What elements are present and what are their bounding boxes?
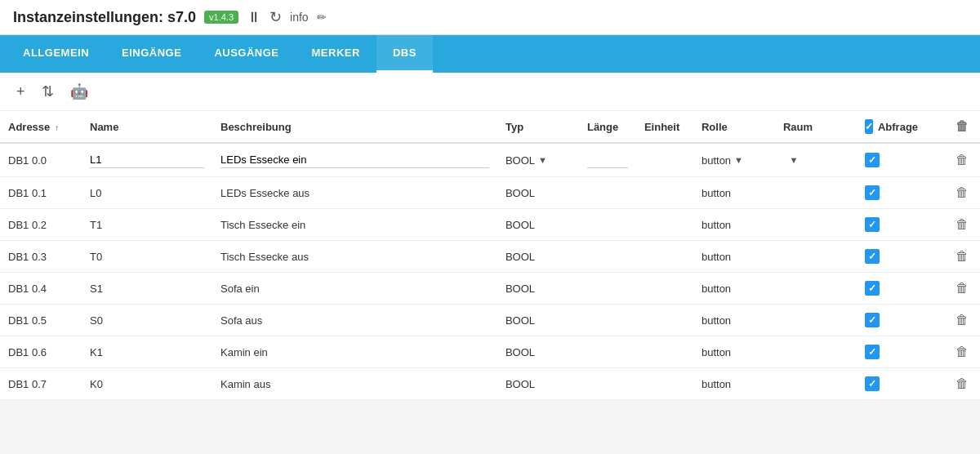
cell-abfrage[interactable] — [857, 273, 947, 305]
typ-dropdown-arrow: ▼ — [538, 155, 547, 165]
col-header-raum: Raum — [775, 111, 857, 143]
cell-laenge — [579, 273, 636, 305]
cell-beschreibung: Sofa ein — [212, 273, 497, 305]
cell-typ: BOOL — [497, 209, 579, 241]
cell-delete[interactable]: 🗑 — [947, 241, 980, 273]
cell-einheit — [636, 368, 693, 400]
cell-abfrage[interactable] — [857, 241, 947, 273]
col-header-delete: 🗑 — [947, 111, 980, 143]
cell-adresse: DB1 0.2 — [0, 209, 82, 241]
cell-delete[interactable]: 🗑 — [947, 143, 980, 177]
cell-rolle: button — [693, 368, 775, 400]
abfrage-checkbox[interactable] — [865, 249, 880, 264]
cell-typ: BOOL — [497, 368, 579, 400]
page-title: Instanzeinstellungen: s7.0 — [13, 9, 196, 26]
tab-dbs[interactable]: DBS — [376, 35, 433, 73]
cell-laenge — [579, 143, 636, 177]
abfrage-checkbox[interactable] — [865, 153, 880, 167]
delete-row-icon[interactable]: 🗑 — [956, 345, 969, 358]
abfrage-checkbox[interactable] — [865, 185, 880, 200]
cell-name: T1 — [82, 209, 212, 241]
cell-rolle: button — [693, 305, 775, 336]
cell-beschreibung: Sofa aus — [212, 305, 497, 336]
delete-row-icon[interactable]: 🗑 — [956, 376, 969, 390]
cell-rolle: button — [693, 241, 775, 273]
data-table: Adresse ↑ Name Beschreibung Typ Länge Ei… — [0, 111, 980, 400]
cell-delete[interactable]: 🗑 — [947, 368, 980, 400]
cell-adresse: DB1 0.1 — [0, 177, 82, 209]
cell-typ: BOOL — [497, 241, 579, 273]
cell-name: S0 — [82, 305, 212, 336]
col-header-typ: Typ — [497, 111, 579, 143]
delete-row-icon[interactable]: 🗑 — [956, 313, 969, 327]
header: Instanzeinstellungen: s7.0 v1.4.3 ⏸ ↻ in… — [0, 0, 980, 35]
cell-rolle: button — [693, 177, 775, 209]
abfrage-checkbox[interactable] — [865, 376, 880, 391]
cell-delete[interactable]: 🗑 — [947, 273, 980, 305]
cell-delete[interactable]: 🗑 — [947, 336, 980, 368]
cell-rolle: button — [693, 209, 775, 241]
laenge-input[interactable] — [587, 152, 628, 168]
col-header-beschreibung: Beschreibung — [212, 111, 497, 143]
add-button[interactable]: + — [13, 82, 29, 102]
name-input[interactable] — [90, 152, 204, 168]
cell-einheit — [636, 305, 693, 336]
cell-typ: BOOL — [497, 273, 579, 305]
tab-ausgaenge[interactable]: AUSGÄNGE — [198, 35, 295, 73]
tab-eingaenge[interactable]: EINGÄNGE — [105, 35, 198, 73]
cell-raum — [775, 241, 857, 273]
abfrage-checkbox[interactable] — [865, 281, 880, 296]
cell-beschreibung: Tisch Essecke aus — [212, 241, 497, 273]
cell-adresse: DB1 0.0 — [0, 143, 82, 177]
pause-icon[interactable]: ⏸ — [247, 9, 261, 26]
cell-abfrage[interactable] — [857, 209, 947, 241]
cell-beschreibung: LEDs Essecke aus — [212, 177, 497, 209]
delete-row-icon[interactable]: 🗑 — [956, 249, 969, 263]
abfrage-header-checkbox[interactable] — [865, 119, 873, 134]
cell-delete[interactable]: 🗑 — [947, 177, 980, 209]
cell-einheit — [636, 273, 693, 305]
delete-row-icon[interactable]: 🗑 — [956, 153, 969, 167]
delete-row-icon[interactable]: 🗑 — [956, 185, 969, 199]
tab-merker[interactable]: MERKER — [296, 35, 376, 73]
cell-abfrage[interactable] — [857, 368, 947, 400]
cell-abfrage[interactable] — [857, 177, 947, 209]
col-header-adresse[interactable]: Adresse ↑ — [0, 111, 82, 143]
table-header-row: Adresse ↑ Name Beschreibung Typ Länge Ei… — [0, 111, 980, 143]
delete-row-icon[interactable]: 🗑 — [956, 281, 969, 295]
delete-row-icon[interactable]: 🗑 — [956, 217, 969, 231]
cell-abfrage[interactable] — [857, 336, 947, 368]
tab-allgemein[interactable]: ALLGEMEIN — [7, 35, 105, 73]
edit-icon[interactable]: ✏ — [317, 11, 327, 24]
rolle-dropdown-arrow: ▼ — [734, 155, 743, 165]
cell-rolle: button ▼ — [693, 143, 775, 177]
abfrage-checkbox[interactable] — [865, 345, 880, 359]
cell-laenge — [579, 177, 636, 209]
cell-raum — [775, 177, 857, 209]
cell-abfrage[interactable] — [857, 305, 947, 336]
cell-name: S1 — [82, 273, 212, 305]
cell-raum — [775, 368, 857, 400]
delete-all-icon[interactable]: 🗑 — [956, 119, 969, 133]
sort-button[interactable]: ⇅ — [38, 81, 57, 102]
robot-button[interactable]: 🤖 — [67, 81, 91, 102]
abfrage-checkbox[interactable] — [865, 217, 880, 232]
cell-delete[interactable]: 🗑 — [947, 209, 980, 241]
cell-delete[interactable]: 🗑 — [947, 305, 980, 336]
cell-adresse: DB1 0.3 — [0, 241, 82, 273]
beschreibung-input[interactable] — [220, 152, 489, 168]
cell-abfrage[interactable] — [857, 143, 947, 177]
toolbar: + ⇅ 🤖 — [0, 73, 980, 111]
cell-name: K0 — [82, 368, 212, 400]
refresh-icon[interactable]: ↻ — [270, 8, 282, 26]
cell-raum — [775, 273, 857, 305]
cell-einheit — [636, 241, 693, 273]
cell-typ: BOOL — [497, 177, 579, 209]
table-row: DB1 0.1L0LEDs Essecke ausBOOLbutton🗑 — [0, 177, 980, 209]
col-header-einheit: Einheit — [636, 111, 693, 143]
cell-laenge — [579, 305, 636, 336]
abfrage-checkbox[interactable] — [865, 313, 880, 327]
info-label[interactable]: info — [290, 11, 309, 24]
cell-raum — [775, 336, 857, 368]
col-header-abfrage[interactable]: Abfrage — [857, 111, 914, 142]
